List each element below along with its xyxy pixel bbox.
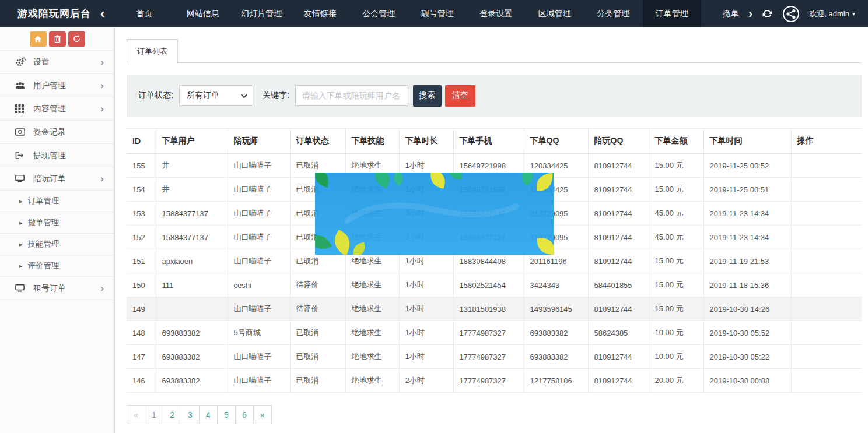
table-cell: 155 bbox=[127, 154, 156, 178]
watermark-swoosh bbox=[344, 195, 519, 230]
sidebar-subitem[interactable]: ▸技能管理 bbox=[0, 234, 114, 255]
triangle-right-icon: ▸ bbox=[19, 241, 23, 248]
clear-button[interactable]: 清空 bbox=[445, 85, 475, 107]
sidebar-item[interactable]: 设置› bbox=[0, 51, 114, 74]
filter-bar: 订单状态: 所有订单 关键字: 搜索 清空 bbox=[127, 75, 862, 117]
sidebar-item[interactable]: 资金记录 bbox=[0, 121, 114, 144]
sidebar: 设置›用户管理›内容管理›资金记录提现管理陪玩订单›▸订单管理▸撤单管理▸技能管… bbox=[0, 27, 115, 433]
table-cell: 山口喵喵子 bbox=[228, 369, 290, 393]
column-header: 陪玩师 bbox=[228, 129, 290, 154]
order-status-select[interactable]: 所有订单 bbox=[179, 85, 253, 106]
sidebar-item-label: 陪玩订单 bbox=[33, 174, 66, 184]
table-row: 1486938833825号商城已取消绝地求生1小时17774987327693… bbox=[127, 321, 862, 345]
table-cell: 绝地求生 bbox=[345, 273, 399, 297]
table-cell: 810912744 bbox=[588, 345, 649, 369]
table-cell bbox=[791, 154, 862, 178]
table-cell: 2019-10-30 05:52 bbox=[704, 321, 791, 345]
refresh-icon[interactable] bbox=[762, 9, 773, 19]
chevron-right-icon: › bbox=[100, 57, 104, 67]
table-cell: 山口喵喵子 bbox=[228, 154, 290, 178]
table-cell: 17774987327 bbox=[453, 369, 524, 393]
nav-item[interactable]: 分类管理 bbox=[584, 0, 643, 27]
table-cell: 17774987327 bbox=[453, 321, 524, 345]
table-cell bbox=[791, 297, 862, 321]
sidebar-subitem-label: 撤单管理 bbox=[28, 217, 60, 228]
table-cell: 2019-11-25 00:52 bbox=[704, 154, 791, 178]
nav-item[interactable]: 区域管理 bbox=[526, 0, 584, 27]
nav-item[interactable]: 友情链接 bbox=[291, 0, 350, 27]
table-cell bbox=[791, 273, 862, 297]
nav-item[interactable]: 靓号管理 bbox=[408, 0, 467, 27]
trash-button[interactable] bbox=[49, 31, 66, 47]
search-button[interactable]: 搜索 bbox=[413, 85, 442, 107]
nav-item[interactable]: 订单管理 bbox=[643, 0, 702, 27]
sidebar-subitem[interactable]: ▸订单管理 bbox=[0, 191, 114, 212]
table-cell: 1小时 bbox=[399, 345, 453, 369]
table-cell: 111 bbox=[156, 273, 228, 297]
pagination-item[interactable]: 2 bbox=[163, 405, 181, 424]
pagination-item[interactable]: 3 bbox=[181, 405, 200, 424]
order-status-value: 所有订单 bbox=[187, 90, 219, 101]
table-cell: 已取消 bbox=[290, 369, 345, 393]
pagination-item[interactable]: 1 bbox=[145, 405, 163, 424]
table-cell: 15.00 元 bbox=[649, 154, 704, 178]
table-cell: 15.00 元 bbox=[649, 273, 704, 297]
avatar-icon[interactable] bbox=[782, 5, 800, 23]
leaf-icon bbox=[528, 228, 554, 255]
table-cell: 151 bbox=[127, 249, 156, 273]
table-cell bbox=[791, 345, 862, 369]
table-cell: 2小时 bbox=[399, 369, 453, 393]
pagination-item[interactable]: « bbox=[127, 405, 145, 424]
chevron-right-icon: › bbox=[100, 80, 104, 90]
table-cell: 810912744 bbox=[588, 154, 649, 178]
nav-item[interactable]: 幻灯片管理 bbox=[232, 0, 291, 27]
keyword-label: 关键字: bbox=[262, 90, 289, 101]
recycle-button[interactable] bbox=[68, 31, 85, 47]
table-cell: 山口喵喵子 bbox=[228, 345, 290, 369]
pagination-item[interactable]: 4 bbox=[199, 405, 218, 424]
tab-order-list[interactable]: 订单列表 bbox=[127, 39, 178, 63]
table-cell: 13181501938 bbox=[453, 297, 524, 321]
table-cell: 山口喵喵子 bbox=[228, 249, 290, 273]
table-cell: 1小时 bbox=[399, 297, 453, 321]
sidebar-item[interactable]: 租号订单› bbox=[0, 277, 114, 300]
sidebar-subitem[interactable]: ▸评价管理 bbox=[0, 255, 114, 277]
sidebar-subitem[interactable]: ▸撤单管理 bbox=[0, 212, 114, 234]
table-cell: 149 bbox=[127, 297, 156, 321]
top-nav: 首页网站信息幻灯片管理友情链接公会管理靓号管理登录设置区域管理分类管理订单管理 bbox=[115, 0, 701, 27]
sidebar-item[interactable]: 用户管理› bbox=[0, 74, 114, 97]
table-cell bbox=[791, 249, 862, 273]
nav-item-overflow[interactable]: 撤单 bbox=[723, 9, 743, 19]
sidebar-item-label: 设置 bbox=[33, 57, 50, 68]
column-header: 订单状态 bbox=[290, 129, 345, 154]
censor-overlay-image bbox=[315, 173, 554, 255]
user-menu[interactable]: 欢迎, admin ▾ bbox=[809, 9, 855, 19]
sidebar-item[interactable]: 陪玩订单› bbox=[0, 167, 114, 191]
table-cell: 待评价 bbox=[290, 273, 345, 297]
table-cell: 10.00 元 bbox=[649, 345, 704, 369]
home-button[interactable] bbox=[30, 31, 47, 47]
triangle-right-icon: ▸ bbox=[19, 262, 23, 270]
nav-item[interactable]: 公会管理 bbox=[349, 0, 408, 27]
pagination-item[interactable]: 6 bbox=[235, 405, 254, 424]
sidebar-item[interactable]: 提现管理 bbox=[0, 144, 114, 167]
sidebar-subitem-label: 评价管理 bbox=[28, 260, 60, 271]
pagination-item[interactable]: 5 bbox=[217, 405, 236, 424]
table-cell: 10.00 元 bbox=[649, 321, 704, 345]
pagination-item[interactable]: » bbox=[253, 405, 272, 424]
keyword-input[interactable] bbox=[295, 85, 408, 106]
column-header: 下单金额 bbox=[649, 129, 704, 154]
pagination: «123456» bbox=[127, 405, 862, 424]
table-cell: ceshi bbox=[228, 273, 290, 297]
sidebar-collapse-icon[interactable]: ‹ bbox=[100, 8, 105, 20]
sidebar-item[interactable]: 内容管理› bbox=[0, 97, 114, 121]
nav-item[interactable]: 登录设置 bbox=[467, 0, 526, 27]
sidebar-item-label: 提现管理 bbox=[33, 150, 66, 161]
sidebar-toolbar bbox=[0, 27, 114, 51]
table-cell: 1217758106 bbox=[524, 369, 588, 393]
table-row: 146693883382山口喵喵子已取消绝地求生2小时1777498732712… bbox=[127, 369, 862, 393]
nav-scroll-right-icon[interactable]: › bbox=[748, 8, 752, 20]
nav-item[interactable]: 首页 bbox=[115, 0, 174, 27]
nav-item[interactable]: 网站信息 bbox=[174, 0, 233, 27]
monitor-icon bbox=[15, 284, 26, 292]
